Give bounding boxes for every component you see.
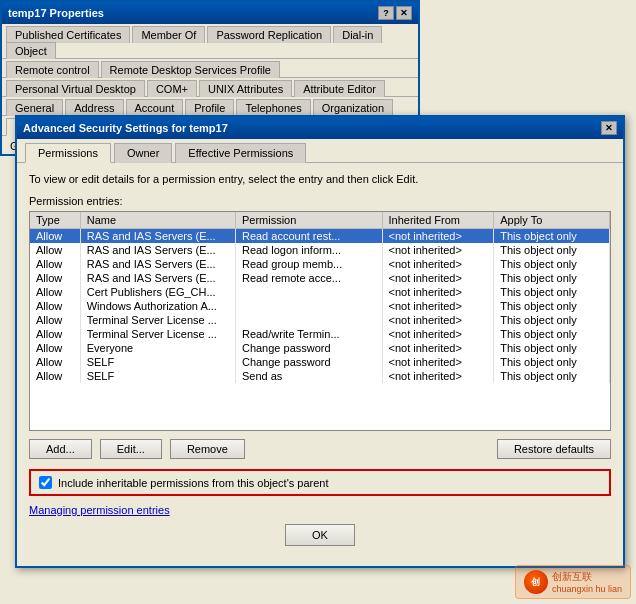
tab-row-1: Published CertificatesMember OfPassword … xyxy=(2,24,418,59)
dialog-tab-owner[interactable]: Owner xyxy=(114,143,172,163)
col-header-type: Type xyxy=(30,212,80,229)
tab-object[interactable]: Object xyxy=(6,42,56,59)
table-row[interactable]: AllowTerminal Server License ...<not inh… xyxy=(30,313,610,327)
cell-permission: Read logon inform... xyxy=(235,243,382,257)
cell-permission: Read account rest... xyxy=(235,229,382,244)
cell-applyTo: This object only xyxy=(494,271,610,285)
cell-permission xyxy=(235,285,382,299)
tab-account[interactable]: Account xyxy=(126,99,184,116)
cell-applyTo: This object only xyxy=(494,341,610,355)
cell-inheritedFrom: <not inherited> xyxy=(382,285,494,299)
tab-com+[interactable]: COM+ xyxy=(147,80,197,97)
table-row[interactable]: AllowRAS and IAS Servers (E...Read remot… xyxy=(30,271,610,285)
cell-permission: Read group memb... xyxy=(235,257,382,271)
table-header-row: TypeNamePermissionInherited FromApply To xyxy=(30,212,610,229)
cell-permission: Send as xyxy=(235,369,382,383)
action-buttons-row: Add... Edit... Remove Restore defaults xyxy=(29,439,611,459)
cell-applyTo: This object only xyxy=(494,355,610,369)
manage-permissions-link[interactable]: Managing permission entries xyxy=(29,504,170,516)
tab-profile[interactable]: Profile xyxy=(185,99,234,116)
cell-permission: Change password xyxy=(235,341,382,355)
dialog-close-button[interactable]: ✕ xyxy=(601,121,617,135)
tab-organization[interactable]: Organization xyxy=(313,99,393,116)
tab-row-4: GeneralAddressAccountProfileTelephonesOr… xyxy=(2,97,418,116)
cell-inheritedFrom: <not inherited> xyxy=(382,243,494,257)
inherit-checkbox[interactable] xyxy=(39,476,52,489)
table-row[interactable]: AllowRAS and IAS Servers (E...Read group… xyxy=(30,257,610,271)
table-body: AllowRAS and IAS Servers (E...Read accou… xyxy=(30,229,610,384)
inherit-checkbox-label: Include inheritable permissions from thi… xyxy=(58,477,329,489)
cell-inheritedFrom: <not inherited> xyxy=(382,369,494,383)
inherit-checkbox-area: Include inheritable permissions from thi… xyxy=(29,469,611,496)
tab-remote-desktop-services-profile[interactable]: Remote Desktop Services Profile xyxy=(101,61,280,78)
cell-name: SELF xyxy=(80,369,235,383)
cell-type: Allow xyxy=(30,341,80,355)
table-row[interactable]: AllowEveryoneChange password<not inherit… xyxy=(30,341,610,355)
cell-type: Allow xyxy=(30,229,80,244)
cell-type: Allow xyxy=(30,299,80,313)
table-row[interactable]: AllowRAS and IAS Servers (E...Read accou… xyxy=(30,229,610,244)
cell-applyTo: This object only xyxy=(494,285,610,299)
cell-applyTo: This object only xyxy=(494,243,610,257)
cell-inheritedFrom: <not inherited> xyxy=(382,271,494,285)
cell-applyTo: This object only xyxy=(494,257,610,271)
table-row[interactable]: AllowRAS and IAS Servers (E...Read logon… xyxy=(30,243,610,257)
watermark: 创 创新互联 chuangxin hu lian xyxy=(515,565,631,599)
dialog-tab-permissions[interactable]: Permissions xyxy=(25,143,111,163)
cell-permission xyxy=(235,299,382,313)
table-row[interactable]: AllowWindows Authorization A...<not inhe… xyxy=(30,299,610,313)
advanced-security-dialog: Advanced Security Settings for temp17 ✕ … xyxy=(15,115,625,568)
cell-name: RAS and IAS Servers (E... xyxy=(80,243,235,257)
watermark-en-text: chuangxin hu lian xyxy=(552,584,622,594)
tab-row-3: Personal Virtual DesktopCOM+UNIX Attribu… xyxy=(2,78,418,97)
dialog-tab-effective-permissions[interactable]: Effective Permissions xyxy=(175,143,306,163)
cell-permission xyxy=(235,313,382,327)
cell-name: Windows Authorization A... xyxy=(80,299,235,313)
tab-member-of[interactable]: Member Of xyxy=(132,26,205,43)
cell-name: RAS and IAS Servers (E... xyxy=(80,229,235,244)
dialog-tab-bar: PermissionsOwnerEffective Permissions xyxy=(17,139,623,163)
permission-table: TypeNamePermissionInherited FromApply To… xyxy=(30,212,610,383)
help-button[interactable]: ? xyxy=(378,6,394,20)
cell-applyTo: This object only xyxy=(494,369,610,383)
ok-row: OK xyxy=(29,516,611,556)
cell-name: Terminal Server License ... xyxy=(80,327,235,341)
dialog-description: To view or edit details for a permission… xyxy=(29,173,611,185)
permission-table-container[interactable]: TypeNamePermissionInherited FromApply To… xyxy=(29,211,611,431)
cell-inheritedFrom: <not inherited> xyxy=(382,341,494,355)
cell-applyTo: This object only xyxy=(494,299,610,313)
tab-remote-control[interactable]: Remote control xyxy=(6,61,99,78)
table-row[interactable]: AllowSELFChange password<not inherited>T… xyxy=(30,355,610,369)
tab-attribute-editor[interactable]: Attribute Editor xyxy=(294,80,385,97)
add-button[interactable]: Add... xyxy=(29,439,92,459)
restore-defaults-button[interactable]: Restore defaults xyxy=(497,439,611,459)
tab-unix-attributes[interactable]: UNIX Attributes xyxy=(199,80,292,97)
cell-permission: Read/write Termin... xyxy=(235,327,382,341)
cell-applyTo: This object only xyxy=(494,229,610,244)
dialog-content: To view or edit details for a permission… xyxy=(17,163,623,566)
table-row[interactable]: AllowCert Publishers (EG_CH...<not inher… xyxy=(30,285,610,299)
close-outer-button[interactable]: ✕ xyxy=(396,6,412,20)
ok-button[interactable]: OK xyxy=(285,524,355,546)
tab-published-certificates[interactable]: Published Certificates xyxy=(6,26,130,43)
cell-inheritedFrom: <not inherited> xyxy=(382,355,494,369)
edit-button[interactable]: Edit... xyxy=(100,439,162,459)
tab-dial-in[interactable]: Dial-in xyxy=(333,26,382,43)
tab-general[interactable]: General xyxy=(6,99,63,116)
col-header-name: Name xyxy=(80,212,235,229)
table-row[interactable]: AllowSELFSend as<not inherited>This obje… xyxy=(30,369,610,383)
tab-password-replication[interactable]: Password Replication xyxy=(207,26,331,43)
table-row[interactable]: AllowTerminal Server License ...Read/wri… xyxy=(30,327,610,341)
cell-type: Allow xyxy=(30,327,80,341)
col-header-inherited-from: Inherited From xyxy=(382,212,494,229)
tab-address[interactable]: Address xyxy=(65,99,123,116)
cell-applyTo: This object only xyxy=(494,313,610,327)
col-header-apply-to: Apply To xyxy=(494,212,610,229)
cell-name: Everyone xyxy=(80,341,235,355)
remove-button[interactable]: Remove xyxy=(170,439,245,459)
cell-name: Cert Publishers (EG_CH... xyxy=(80,285,235,299)
cell-type: Allow xyxy=(30,271,80,285)
tab-telephones[interactable]: Telephones xyxy=(236,99,310,116)
outer-titlebar: temp17 Properties ? ✕ xyxy=(2,2,418,24)
tab-personal-virtual-desktop[interactable]: Personal Virtual Desktop xyxy=(6,80,145,97)
